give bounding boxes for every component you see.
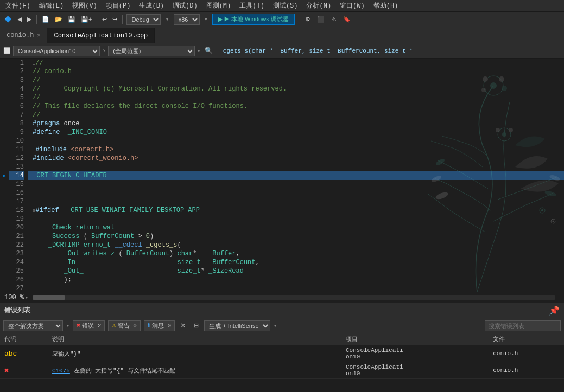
error-toolbar: 整个解决方案 ▾ ✖ 错误 2 ⚠ 警告 0 ℹ 消息 0 ✕ ⊟ 生成 + I… xyxy=(0,318,564,333)
gutter-14: ▶ xyxy=(0,171,9,180)
run-button[interactable]: ▶ ▶ 本地 Windows 调试器 xyxy=(212,14,295,25)
menu-debug[interactable]: 调试(D) xyxy=(168,0,202,11)
info-count-label: 消息 0 xyxy=(152,322,171,330)
redo-button[interactable]: ↪ xyxy=(110,15,119,24)
debug-config-select[interactable]: Debug xyxy=(126,14,161,25)
location-function: _cgets_s(char * _Buffer, size_t _BufferC… xyxy=(217,48,561,54)
tab-consoleapp[interactable]: ConsoleApplication10.cpp xyxy=(47,28,155,43)
open-button[interactable]: 📂 xyxy=(53,15,65,24)
save-button[interactable]: 💾 xyxy=(66,15,78,24)
code-line-12[interactable]: #include <corecrt_wconio.h> xyxy=(28,154,564,163)
code-line-3[interactable]: // xyxy=(28,76,564,85)
project-name-2: ConsoleApplicati xyxy=(346,364,403,370)
code-line-8[interactable]: #pragma once xyxy=(28,119,564,128)
platform-select[interactable]: x86 xyxy=(174,14,200,25)
new-button[interactable]: 📄 xyxy=(40,15,52,24)
vs-logo-button[interactable]: 🔷 xyxy=(2,15,14,24)
code-line-21[interactable]: _Success_(_BufferCount > 0) xyxy=(28,232,564,241)
tab-conio-close[interactable]: ✕ xyxy=(37,32,40,38)
menu-help[interactable]: 帮助(H) xyxy=(369,0,403,11)
code-line-19[interactable] xyxy=(28,215,564,223)
zoom-dropdown-icon[interactable]: ▾ xyxy=(25,294,28,301)
tab-conio[interactable]: conio.h ✕ xyxy=(0,28,47,43)
menu-analyze[interactable]: 分析(N) xyxy=(302,0,335,11)
line-num-19: 19 xyxy=(9,215,24,223)
build-filter-select[interactable]: 生成 + IntelliSense xyxy=(204,320,270,331)
error-file-1: conio.h xyxy=(489,345,564,362)
line-num-27: 27 xyxy=(9,284,24,292)
code-line-17[interactable] xyxy=(28,197,564,206)
code-line-13[interactable] xyxy=(28,163,564,171)
scope-dropdown-icon: ▾ xyxy=(66,323,69,329)
clear-filter-button[interactable]: ✕ xyxy=(178,320,188,331)
code-line-24[interactable]: _In_ size_t _BufferCount, xyxy=(28,258,564,267)
scrollbar-thumb[interactable] xyxy=(33,295,65,300)
code-line-2[interactable]: // conio.h xyxy=(28,67,564,76)
code-line-23[interactable]: _Out_writes_z_(_BufferCount) char* _Buff… xyxy=(28,249,564,258)
error-search-input[interactable] xyxy=(485,320,561,331)
project-name-1: ConsoleApplicati xyxy=(346,347,403,354)
sep2 xyxy=(97,15,97,24)
code-line-26[interactable]: ); xyxy=(28,275,564,284)
bookmark-button[interactable]: 🔖 xyxy=(341,15,353,24)
line-num-6: 6 xyxy=(9,102,24,111)
code-line-7[interactable]: // xyxy=(28,111,564,119)
code-line-27[interactable] xyxy=(28,284,564,292)
scope-select[interactable]: (全局范围) xyxy=(108,46,195,56)
horizontal-scrollbar[interactable] xyxy=(33,295,555,300)
back-button[interactable]: ◀ xyxy=(15,15,24,24)
code-line-18[interactable]: ⊟#ifdef _CRT_USE_WINAPI_FAMILY_DESKTOP_A… xyxy=(28,206,564,215)
menu-project[interactable]: 项目(P) xyxy=(102,0,135,11)
menu-view[interactable]: 视图(V) xyxy=(68,0,102,11)
code-line-11[interactable]: ⊟#include <corecrt.h> xyxy=(28,145,564,154)
attach-button[interactable]: ⚙ xyxy=(303,15,313,24)
breakpoints-button[interactable]: ⬛ xyxy=(315,15,327,24)
menu-file[interactable]: 文件(F) xyxy=(1,0,35,11)
error-count-badge[interactable]: ✖ 错误 2 xyxy=(73,320,105,331)
error-code-link[interactable]: C1075 xyxy=(52,368,70,374)
code-line-6[interactable]: // This file declares the direct console… xyxy=(28,102,564,111)
warn-icon-1: abc xyxy=(4,350,17,358)
code-line-20[interactable]: _Check_return_wat_ xyxy=(28,223,564,232)
error-desc-1: 应输入"}" xyxy=(48,345,341,362)
forward-button[interactable]: ▶ xyxy=(25,15,34,24)
save-all-button[interactable]: 💾+ xyxy=(79,15,94,24)
code-line-1[interactable]: ⊟// xyxy=(28,59,564,67)
filter-button[interactable]: ⊟ xyxy=(192,321,201,330)
error-row-2: ✖ C1075 左侧的 大括号"{" 与文件结尾不匹配 ConsoleAppli… xyxy=(0,362,564,379)
warning-count-badge[interactable]: ⚠ 警告 0 xyxy=(108,320,140,331)
undo-button[interactable]: ↩ xyxy=(100,15,109,24)
scope-filter-select[interactable]: 整个解决方案 xyxy=(3,320,63,331)
code-line-5[interactable]: // xyxy=(28,93,564,102)
info-count-badge[interactable]: ℹ 消息 0 xyxy=(144,320,175,331)
toolbar: 🔷 ◀ ▶ 📄 📂 💾 💾+ ↩ ↪ Debug ▾ x86 ▾ ▶ ▶ 本地 … xyxy=(0,12,564,27)
line-num-16: 16 xyxy=(9,189,24,197)
exceptions-button[interactable]: ⚠ xyxy=(329,15,339,24)
code-line-16[interactable] xyxy=(28,189,564,197)
menu-diagram[interactable]: 图测(M) xyxy=(202,0,236,11)
menu-build[interactable]: 生成(B) xyxy=(135,0,168,11)
panel-pin-button[interactable]: 📌 xyxy=(549,305,560,316)
col-project: 项目 xyxy=(341,333,489,345)
code-line-22[interactable]: _DCRTIMP errno_t __cdecl _cgets_s( xyxy=(28,241,564,249)
line-num-10: 10 xyxy=(9,137,24,145)
menu-test[interactable]: 测试(S) xyxy=(269,0,302,11)
line-num-4: 4 xyxy=(9,85,24,93)
col-desc: 说明 xyxy=(48,333,341,345)
code-line-15[interactable] xyxy=(28,180,564,189)
menu-edit[interactable]: 编辑(E) xyxy=(35,0,68,11)
code-line-9[interactable]: #define _INC_CONIO xyxy=(28,128,564,137)
code-line-14[interactable]: _CRT_BEGIN_C_HEADER xyxy=(28,171,564,180)
info-icon: ℹ xyxy=(148,322,150,330)
code-line-4[interactable]: // Copyright (c) Microsoft Corporation. … xyxy=(28,85,564,93)
menu-window[interactable]: 窗口(W) xyxy=(335,0,369,11)
line-num-3: 3 xyxy=(9,76,24,85)
line-num-21: 21 xyxy=(9,232,24,241)
code-line-10[interactable] xyxy=(28,137,564,145)
code-line-25[interactable]: _Out_ size_t* _SizeRead xyxy=(28,267,564,275)
code-area[interactable]: ⊟// // conio.h // // Copyright (c) Micro… xyxy=(28,59,564,292)
menu-tools[interactable]: 工具(T) xyxy=(235,0,269,11)
line-num-5: 5 xyxy=(9,93,24,102)
project-select[interactable]: ConsoleApplication10 xyxy=(13,46,100,56)
line-num-18: 18 xyxy=(9,206,24,215)
